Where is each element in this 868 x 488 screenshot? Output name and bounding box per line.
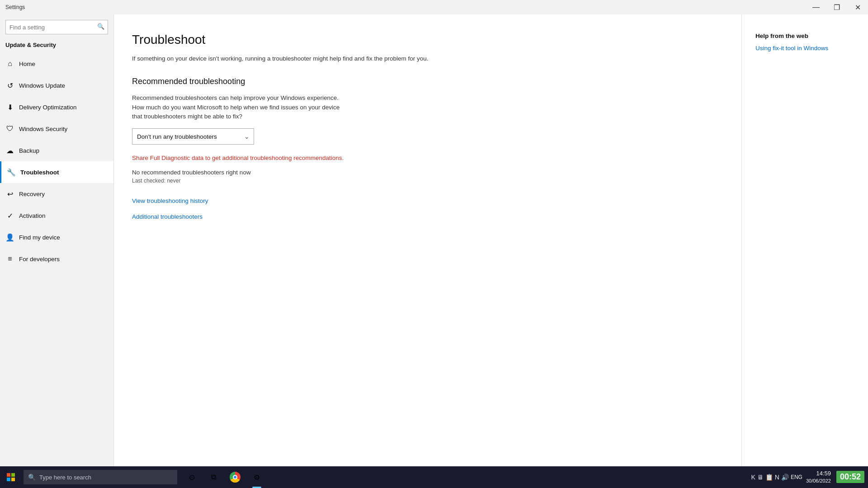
- sidebar-item-home[interactable]: ⌂ Home: [0, 53, 113, 75]
- for-developers-icon: ≡: [5, 254, 14, 263]
- taskbar-sys-icons: K 🖥 📋 N 🔊 ENG: [751, 474, 802, 481]
- recommended-section-title: Recommended troubleshooting: [132, 77, 719, 86]
- additional-troubleshooters-link[interactable]: Additional troubleshooters: [132, 213, 719, 220]
- troubleshoot-icon: 🔧: [7, 168, 16, 177]
- sidebar-item-label-windows-update: Windows Update: [19, 82, 65, 89]
- sidebar-item-recovery[interactable]: ↩ Recovery: [0, 183, 113, 205]
- settings-icon: ⚙: [251, 472, 262, 483]
- troubleshooter-dropdown[interactable]: Don't run any troubleshootersAsk me befo…: [132, 128, 254, 145]
- app-title: Settings: [5, 4, 25, 10]
- fix-it-link[interactable]: Using fix-it tool in Windows: [755, 45, 828, 52]
- last-checked-text: Last checked: never: [132, 178, 719, 184]
- svg-rect-2: [7, 478, 10, 481]
- window-controls: — ❐ ✕: [806, 0, 868, 14]
- taskbar-time: 14:59: [806, 469, 831, 478]
- view-history-link[interactable]: View troubleshooting history: [132, 197, 719, 204]
- windows-security-icon: 🛡: [5, 124, 14, 133]
- title-bar: Settings — ❐ ✕: [0, 0, 868, 14]
- recommended-description: Recommended troubleshooters can help imp…: [132, 94, 349, 121]
- taskbar-app-settings[interactable]: ⚙: [246, 466, 268, 488]
- sidebar-item-label-delivery-optimization: Delivery Optimization: [19, 104, 77, 111]
- taskbar-monitor-icon: 🖥: [757, 474, 764, 481]
- taskbar-volume-icon: 🔊: [781, 474, 789, 481]
- search-input[interactable]: [5, 20, 108, 34]
- taskbar-clock: 14:59 30/06/2022: [806, 469, 831, 485]
- sidebar-item-label-activation: Activation: [19, 212, 46, 219]
- delivery-optimization-icon: ⬇: [5, 103, 14, 112]
- sidebar-item-label-troubleshoot: Troubleshoot: [20, 169, 59, 176]
- cortana-icon: ⊙: [186, 472, 197, 483]
- sidebar-item-label-for-developers: For developers: [19, 256, 60, 263]
- taskbar-date: 30/06/2022: [806, 478, 831, 484]
- sidebar-item-for-developers[interactable]: ≡ For developers: [0, 248, 113, 270]
- taskbar-apps: ⊙⧉⚙: [181, 466, 268, 488]
- taskbar: 🔍 Type here to search ⊙⧉⚙ K 🖥 📋 N 🔊 ENG …: [0, 466, 868, 488]
- sidebar-item-label-windows-security: Windows Security: [19, 126, 67, 132]
- find-my-device-icon: 👤: [5, 233, 14, 242]
- task-view-icon: ⧉: [208, 472, 219, 483]
- taskbar-clipboard-icon: 📋: [765, 474, 773, 481]
- troubleshooter-dropdown-wrap: Don't run any troubleshootersAsk me befo…: [132, 128, 254, 145]
- taskbar-n-icon: N: [775, 474, 779, 481]
- svg-rect-0: [7, 473, 10, 477]
- taskbar-search-text: Type here to search: [39, 474, 91, 481]
- taskbar-search-bar[interactable]: 🔍 Type here to search: [24, 470, 177, 484]
- sidebar-item-label-backup: Backup: [19, 147, 39, 154]
- right-panel: Help from the web Using fix-it tool in W…: [741, 14, 868, 466]
- sidebar-item-windows-security[interactable]: 🛡 Windows Security: [0, 118, 113, 140]
- taskbar-app-cortana[interactable]: ⊙: [181, 466, 203, 488]
- taskbar-app-chrome[interactable]: [224, 466, 246, 488]
- sidebar-item-label-recovery: Recovery: [19, 191, 45, 197]
- sidebar-item-backup[interactable]: ☁ Backup: [0, 140, 113, 161]
- taskbar-right: K 🖥 📋 N 🔊 ENG 14:59 30/06/2022 00:52: [751, 469, 868, 485]
- taskbar-k-icon: K: [751, 474, 755, 481]
- chrome-icon: [230, 472, 241, 483]
- taskbar-lang: ENG: [791, 474, 802, 480]
- activation-icon: ✓: [5, 211, 14, 220]
- app-body: 🔍 Update & Security ⌂ Home ↺ Windows Upd…: [0, 14, 868, 466]
- windows-update-icon: ↺: [5, 81, 14, 90]
- sidebar: 🔍 Update & Security ⌂ Home ↺ Windows Upd…: [0, 14, 114, 466]
- no-troubleshooters-text: No recommended troubleshooters right now: [132, 169, 719, 176]
- page-title: Troubleshoot: [132, 33, 719, 47]
- sidebar-item-label-home: Home: [19, 61, 35, 67]
- svg-rect-1: [11, 473, 15, 477]
- sidebar-item-windows-update[interactable]: ↺ Windows Update: [0, 75, 113, 96]
- backup-icon: ☁: [5, 146, 14, 155]
- taskbar-search-icon: 🔍: [28, 474, 36, 481]
- page-description: If something on your device isn't workin…: [132, 54, 719, 63]
- timer-badge: 00:52: [836, 471, 864, 483]
- sidebar-item-troubleshoot[interactable]: 🔧 Troubleshoot: [0, 161, 113, 183]
- sidebar-item-find-my-device[interactable]: 👤 Find my device: [0, 226, 113, 248]
- minimize-button[interactable]: —: [806, 0, 826, 14]
- start-button[interactable]: [0, 466, 22, 488]
- sidebar-item-label-find-my-device: Find my device: [19, 234, 60, 241]
- home-icon: ⌂: [5, 59, 14, 68]
- search-wrap: 🔍: [0, 14, 113, 38]
- sidebar-section-title: Update & Security: [0, 38, 113, 53]
- svg-rect-3: [11, 478, 15, 481]
- diagnostic-link[interactable]: Share Full Diagnostic data to get additi…: [132, 154, 349, 163]
- sidebar-item-activation[interactable]: ✓ Activation: [0, 205, 113, 226]
- restore-button[interactable]: ❐: [826, 0, 847, 14]
- right-panel-title: Help from the web: [755, 33, 854, 39]
- sidebar-item-delivery-optimization[interactable]: ⬇ Delivery Optimization: [0, 96, 113, 118]
- main-content: Troubleshoot If something on your device…: [114, 14, 741, 466]
- nav-items: ⌂ Home ↺ Windows Update ⬇ Delivery Optim…: [0, 53, 113, 270]
- recovery-icon: ↩: [5, 189, 14, 198]
- taskbar-app-task-view[interactable]: ⧉: [203, 466, 224, 488]
- close-button[interactable]: ✕: [847, 0, 868, 14]
